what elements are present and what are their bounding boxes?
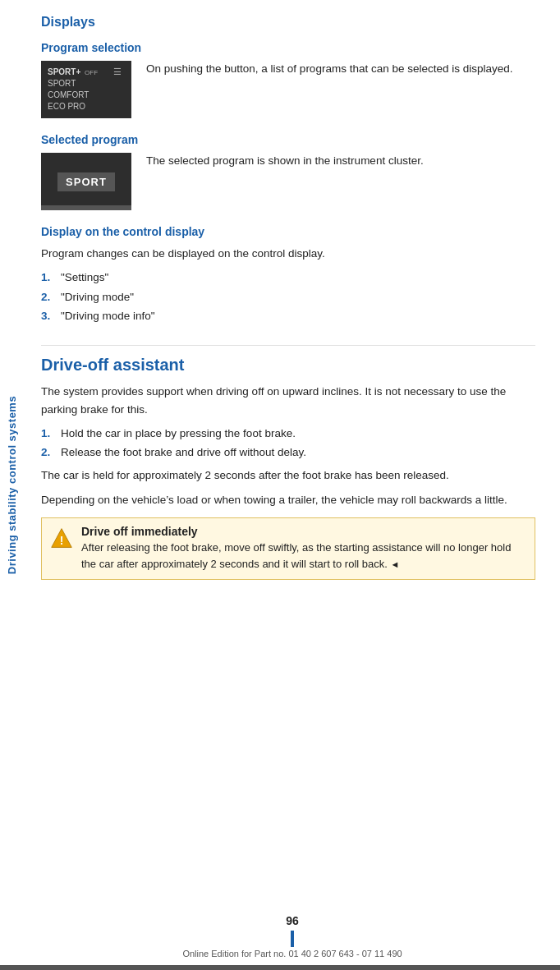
sidebar: Driving stability control systems [0, 0, 25, 970]
warning-text: After releasing the foot brake, move off… [81, 541, 511, 570]
warning-triangle-icon: ! [50, 526, 73, 549]
warning-icon: ! [50, 525, 73, 552]
drive-step-1-text: Hold the car in place by pressing the fo… [61, 425, 296, 443]
page-number: 96 [286, 914, 299, 927]
page-indicator [291, 931, 294, 947]
svg-text:!: ! [60, 533, 64, 546]
display-control-description: Program changes can be displayed on the … [41, 245, 535, 263]
program-selection-description: On pushing the button, a list of program… [146, 61, 513, 78]
step-2: 2. "Driving mode" [41, 289, 535, 306]
display-control-heading: Display on the control display [41, 225, 535, 238]
drive-step-2-text: Release the foot brake and drive off wit… [61, 444, 306, 462]
footer: 96 Online Edition for Part no. 01 40 2 6… [25, 914, 560, 970]
image-box-row: SPORT+ OFF SPORT COMFORT ECO PRO ☰ [48, 67, 125, 113]
program-selection-image: SPORT+ OFF SPORT COMFORT ECO PRO ☰ [41, 61, 131, 118]
program-selection-row: SPORT+ OFF SPORT COMFORT ECO PRO ☰ On pu… [41, 61, 535, 118]
comfort-label: COMFORT [48, 90, 89, 99]
sport-badge: SPORT [57, 172, 115, 191]
warning-box: ! Drive off immediately After releasing … [41, 517, 535, 580]
main-content: Displays Program selection SPORT+ OFF SP… [25, 0, 560, 605]
step-1-num: 1. [41, 269, 57, 287]
drive-step-1: 1. Hold the car in place by pressing the… [41, 425, 535, 443]
drive-off-steps: 1. Hold the car in place by pressing the… [41, 425, 535, 462]
warning-content: Drive off immediately After releasing th… [81, 525, 526, 572]
step-2-text: "Driving mode" [61, 289, 134, 306]
off-label: OFF [85, 69, 98, 76]
step-2-num: 2. [41, 289, 57, 306]
step-3-num: 3. [41, 308, 57, 325]
selected-program-description: The selected program is shown in the ins… [146, 153, 424, 170]
sport-label: SPORT [48, 79, 76, 88]
drive-off-intro: The system provides support when driving… [41, 383, 535, 418]
footer-note: Online Edition for Part no. 01 40 2 607 … [182, 949, 402, 959]
display-control-steps: 1. "Settings" 2. "Driving mode" 3. "Driv… [41, 269, 535, 326]
warning-title: Drive off immediately [81, 525, 526, 538]
step-1: 1. "Settings" [41, 269, 535, 287]
drive-off-para1: The car is held for approximately 2 seco… [41, 467, 535, 485]
drive-off-para2: Depending on the vehicle’s load or when … [41, 491, 535, 509]
drive-step-2-num: 2. [41, 444, 57, 462]
eco-pro-label: ECO PRO [48, 102, 85, 111]
sidebar-label: Driving stability control systems [7, 396, 19, 574]
step-3-text: "Driving mode info" [61, 308, 155, 325]
menu-icon: ☰ [113, 67, 122, 77]
selected-program-row: SPORT The selected program is shown in t… [41, 153, 535, 210]
sport-plus-label: SPORT+ [48, 67, 80, 76]
drive-step-1-num: 1. [41, 425, 57, 443]
displays-heading: Displays [41, 15, 535, 30]
selected-program-heading: Selected program [41, 133, 535, 146]
program-selection-heading: Program selection [41, 41, 535, 54]
step-3: 3. "Driving mode info" [41, 308, 535, 325]
sport-box-bar [41, 205, 131, 210]
end-triangle-icon: ◄ [390, 559, 399, 569]
step-1-text: "Settings" [61, 269, 108, 287]
selected-program-image: SPORT [41, 153, 131, 210]
drive-step-2: 2. Release the foot brake and drive off … [41, 444, 535, 462]
drive-off-heading: Drive-off assistant [41, 345, 535, 375]
